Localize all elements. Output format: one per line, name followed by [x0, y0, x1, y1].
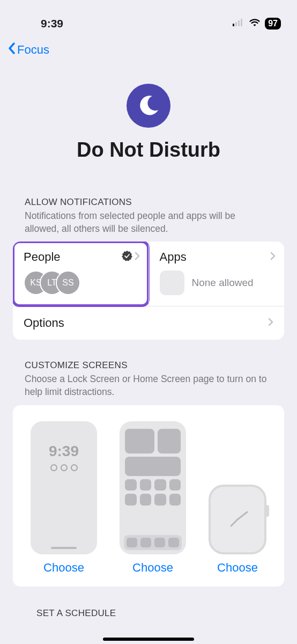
lock-screen-thumbnail[interactable]: 9:39 — [31, 421, 97, 554]
app-placeholder-icon — [160, 270, 184, 295]
watch-face-thumbnail[interactable] — [209, 485, 266, 554]
page-header: Do Not Disturb — [0, 84, 297, 162]
people-avatars: KS LT SS — [24, 270, 140, 295]
avatar: SS — [56, 270, 80, 295]
chevron-right-icon — [270, 252, 276, 262]
choose-button[interactable]: Choose — [132, 561, 173, 575]
cellular-icon — [233, 19, 244, 28]
people-apps-row: People KS — [13, 241, 284, 306]
choose-button[interactable]: Choose — [43, 561, 84, 575]
chevron-left-icon — [8, 42, 16, 58]
home-indicator[interactable] — [103, 638, 194, 641]
watch-face-column: Choose — [209, 485, 266, 575]
home-screen-thumbnail[interactable] — [120, 421, 186, 554]
options-row[interactable]: Options — [13, 306, 284, 340]
section-header: ALLOW NOTIFICATIONS — [13, 197, 284, 208]
clock-hands-icon — [221, 503, 254, 536]
people-label: People — [24, 250, 61, 264]
choose-button[interactable]: Choose — [217, 561, 258, 575]
chevron-right-icon — [135, 252, 140, 262]
svg-line-4 — [237, 512, 247, 519]
section-description: Notifications from selected people and a… — [13, 208, 284, 241]
wifi-icon — [249, 18, 261, 29]
svg-rect-3 — [241, 19, 242, 26]
apps-status: None allowed — [192, 277, 254, 289]
svg-rect-0 — [233, 24, 234, 26]
battery-indicator: 97 — [265, 18, 281, 30]
section-header: SET A SCHEDULE — [25, 608, 272, 619]
lock-screen-time: 9:39 — [31, 443, 97, 460]
options-label: Options — [24, 316, 64, 330]
apps-label: Apps — [160, 250, 187, 264]
section-customize-screens: CUSTOMIZE SCREENS Choose a Lock Screen o… — [0, 360, 297, 586]
moon-icon — [127, 84, 170, 128]
section-header: CUSTOMIZE SCREENS — [13, 360, 284, 371]
lock-screen-column: 9:39 Choose — [31, 421, 97, 575]
chevron-right-icon — [268, 318, 273, 328]
status-indicators: 97 — [233, 18, 281, 30]
section-allow-notifications: ALLOW NOTIFICATIONS Notifications from s… — [0, 197, 297, 340]
people-cell[interactable]: People KS — [13, 241, 148, 306]
status-time: 9:39 — [41, 17, 63, 30]
allow-card: People KS — [13, 241, 284, 340]
screens-card: 9:39 Choose Choose — [13, 405, 284, 587]
page-title: Do Not Disturb — [0, 138, 297, 162]
nav-bar: Focus — [0, 38, 297, 65]
apps-cell[interactable]: Apps None allowed — [148, 241, 285, 306]
verified-badge-icon — [122, 251, 132, 264]
back-label: Focus — [17, 43, 49, 57]
svg-rect-2 — [238, 20, 240, 26]
section-description: Choose a Lock Screen or Home Screen page… — [13, 371, 284, 405]
svg-rect-1 — [235, 22, 237, 26]
status-bar: 9:39 97 — [0, 0, 297, 38]
back-button[interactable]: Focus — [8, 42, 49, 58]
section-set-schedule: SET A SCHEDULE — [0, 608, 297, 619]
home-screen-column: Choose — [120, 421, 186, 575]
svg-line-5 — [231, 519, 237, 526]
